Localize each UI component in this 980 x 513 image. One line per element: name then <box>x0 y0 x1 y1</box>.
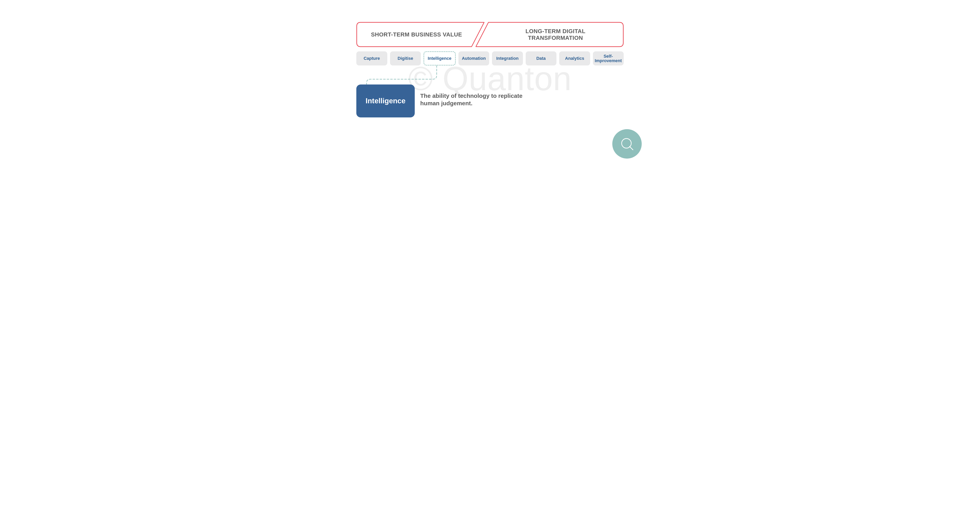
svg-line-1 <box>630 147 633 150</box>
header-long-term-label: LONG-TERM DIGITALTRANSFORMATION <box>476 22 624 47</box>
diagram-stage: © Quanton SHORT-TERM BUSINESS VALUE LONG… <box>343 0 637 154</box>
pill-label: Capture <box>364 56 380 61</box>
pill-digitise[interactable]: Digitise <box>390 51 421 65</box>
pill-label: Data <box>536 56 546 61</box>
connector-dashed <box>366 65 441 85</box>
pill-label: Intelligence <box>428 56 452 61</box>
detail-card-title: Intelligence <box>366 97 406 105</box>
header-long-term: LONG-TERM DIGITALTRANSFORMATION <box>476 22 624 47</box>
pill-label: Self-Improvement <box>595 54 622 63</box>
detail-description: The ability of technology to replicate h… <box>420 92 530 107</box>
header-short-term-label: SHORT-TERM BUSINESS VALUE <box>356 22 488 47</box>
header-short-term: SHORT-TERM BUSINESS VALUE <box>356 22 488 47</box>
header-row: SHORT-TERM BUSINESS VALUE LONG-TERM DIGI… <box>356 22 624 48</box>
pill-data[interactable]: Data <box>526 51 557 65</box>
brand-q-icon <box>620 137 634 151</box>
pill-label: Integration <box>496 56 519 61</box>
pill-label: Analytics <box>565 56 584 61</box>
pill-row: Capture Digitise Intelligence Automation… <box>356 51 624 65</box>
pill-label: Digitise <box>398 56 413 61</box>
brand-badge <box>612 129 642 159</box>
pill-capture[interactable]: Capture <box>356 51 387 65</box>
pill-automation[interactable]: Automation <box>458 51 489 65</box>
pill-intelligence[interactable]: Intelligence <box>423 51 456 65</box>
pill-integration[interactable]: Integration <box>492 51 523 65</box>
pill-analytics[interactable]: Analytics <box>559 51 590 65</box>
pill-label: Automation <box>462 56 486 61</box>
detail-card: Intelligence <box>356 84 415 118</box>
pill-self-improvement[interactable]: Self-Improvement <box>593 51 624 65</box>
